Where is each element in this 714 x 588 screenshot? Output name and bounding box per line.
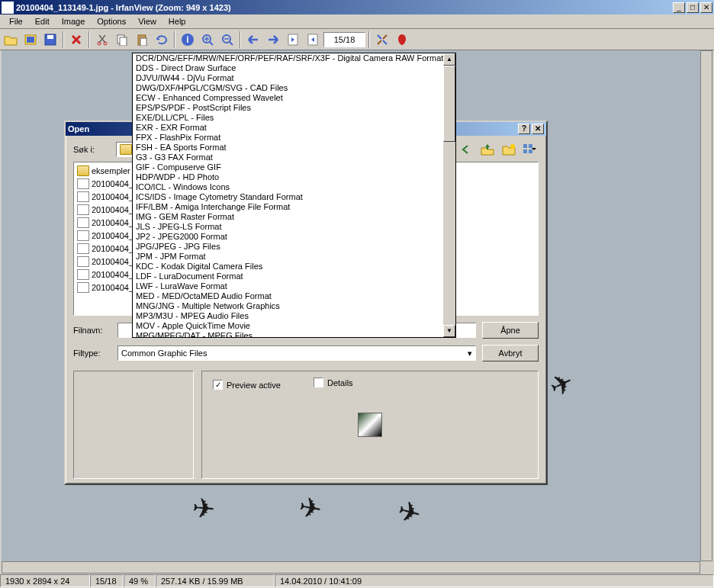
status-filesize: 257.14 KB / 15.99 MB: [156, 574, 275, 587]
preview-pane: [73, 371, 194, 479]
horizontal-scrollbar[interactable]: [2, 561, 700, 574]
up-button[interactable]: [479, 142, 496, 157]
scroll-thumb[interactable]: [443, 66, 455, 142]
dropdown-item[interactable]: ICO/ICL - Windows Icons: [133, 182, 443, 192]
slideshow-icon[interactable]: [21, 31, 40, 49]
dropdown-item[interactable]: FSH - EA Sports Format: [133, 143, 443, 153]
dropdown-item[interactable]: MP3/M3U - MPEG Audio Files: [133, 311, 443, 321]
checkbox-icon: [314, 378, 323, 387]
svg-rect-1: [27, 37, 34, 43]
minimize-button[interactable]: _: [673, 2, 685, 13]
settings-icon[interactable]: [373, 31, 391, 49]
look-in-label: Søk i:: [73, 145, 111, 154]
maximize-button[interactable]: □: [687, 2, 699, 13]
dropdown-item[interactable]: EXE/DLL/CPL - Files: [133, 113, 443, 123]
file-icon: [77, 230, 89, 241]
window-title: 20100404_113149-1.jpg - IrfanView (Zoom:…: [16, 3, 671, 12]
copy-icon[interactable]: [113, 31, 131, 49]
cancel-button[interactable]: Avbryt: [482, 345, 539, 361]
dropdown-item[interactable]: LDF - LuraDocument Format: [133, 272, 443, 281]
dropdown-item[interactable]: MPG/MPEG/DAT - MPEG Files: [133, 331, 443, 337]
folder-icon: [120, 144, 132, 155]
filetype-combo[interactable]: Common Graphic Files ▾: [117, 345, 476, 361]
dropdown-item[interactable]: MNG/JNG - Multiple Network Graphics: [133, 301, 443, 311]
dropdown-item[interactable]: JPG/JPEG - JPG Files: [133, 242, 443, 252]
file-icon: [77, 282, 89, 293]
dialog-close-button[interactable]: ✕: [532, 124, 544, 134]
delete-icon[interactable]: [67, 31, 85, 49]
file-icon: [77, 217, 89, 228]
dropdown-item[interactable]: EPS/PS/PDF - PostScript Files: [133, 103, 443, 113]
next-page-icon[interactable]: [304, 31, 322, 49]
prev-page-icon[interactable]: [284, 31, 302, 49]
dropdown-item[interactable]: LWF - LuraWave Format: [133, 281, 443, 291]
save-icon[interactable]: [41, 31, 60, 49]
dropdown-item[interactable]: IFF/LBM - Amiga Interchange File Format: [133, 202, 443, 212]
dropdown-item[interactable]: DDS - Direct Draw Surface: [133, 63, 443, 73]
filetype-dropdown[interactable]: DCR/DNG/EFF/MRW/NEF/ORF/PEF/RAF/SRF/X3F …: [132, 53, 456, 338]
menu-view[interactable]: View: [132, 15, 162, 27]
svg-rect-18: [529, 144, 532, 148]
open-icon[interactable]: [2, 31, 20, 49]
dropdown-item[interactable]: ECW - Enhanced Compressed Wavelet: [133, 93, 443, 103]
dropdown-item[interactable]: DJVU/IW44 - DjVu Format: [133, 73, 443, 83]
svg-text:i: i: [186, 34, 188, 45]
info-icon[interactable]: i: [178, 31, 197, 49]
dialog-help-button[interactable]: ?: [518, 124, 530, 134]
dropdown-item[interactable]: JLS - JPEG-LS Format: [133, 222, 443, 232]
paste-icon[interactable]: [133, 31, 151, 49]
dropdown-item[interactable]: JPM - JPM Format: [133, 252, 443, 262]
irfanview-icon[interactable]: [393, 31, 411, 49]
menu-options[interactable]: Options: [91, 15, 132, 27]
file-icon: [77, 243, 89, 254]
window-titlebar: 20100404_113149-1.jpg - IrfanView (Zoom:…: [0, 0, 714, 14]
status-dimensions: 1930 x 2894 x 24 BPP: [0, 574, 90, 587]
dropdown-item[interactable]: ICS/IDS - Image Cytometry Standard Forma…: [133, 192, 443, 202]
menu-image[interactable]: Image: [56, 15, 92, 27]
dropdown-item[interactable]: DWG/DXF/HPGL/CGM/SVG - CAD Files: [133, 83, 443, 93]
dropdown-item[interactable]: MED - MED/OctaMED Audio Format: [133, 291, 443, 301]
folder-icon: [77, 165, 89, 176]
svg-rect-9: [140, 38, 146, 46]
cut-icon[interactable]: [93, 31, 111, 49]
dropdown-item[interactable]: IMG - GEM Raster Format: [133, 212, 443, 222]
preview-thumbnail: [358, 413, 382, 437]
image-content: ✈: [297, 491, 325, 527]
dropdown-item[interactable]: HDP/WDP - HD Photo: [133, 172, 443, 182]
scroll-down-icon[interactable]: ▼: [443, 325, 455, 337]
zoom-in-icon[interactable]: [198, 31, 217, 49]
menu-help[interactable]: Help: [162, 15, 192, 27]
back-button[interactable]: [458, 142, 474, 157]
preview-active-checkbox[interactable]: ✓ Preview active: [213, 380, 281, 390]
file-icon: [77, 269, 89, 280]
close-button[interactable]: ✕: [700, 2, 712, 13]
menu-file[interactable]: File: [3, 15, 29, 27]
dropdown-item[interactable]: JP2 - JPEG2000 Format: [133, 232, 443, 242]
dropdown-item[interactable]: MOV - Apple QuickTime Movie: [133, 321, 443, 331]
image-content: ✈: [394, 494, 425, 531]
details-checkbox[interactable]: Details: [314, 378, 353, 387]
undo-icon[interactable]: [153, 31, 171, 49]
zoom-out-icon[interactable]: [218, 31, 236, 49]
status-datetime: 14.04.2010 / 10:41:09: [275, 574, 714, 587]
dropdown-item[interactable]: G3 - G3 FAX Format: [133, 153, 443, 162]
dropdown-item[interactable]: EXR - EXR Format: [133, 123, 443, 133]
menu-edit[interactable]: Edit: [29, 15, 56, 27]
prev-icon[interactable]: [244, 31, 262, 49]
dropdown-scrollbar[interactable]: ▲ ▼: [443, 53, 455, 337]
dropdown-item[interactable]: KDC - Kodak Digital Camera Files: [133, 262, 443, 272]
dropdown-item[interactable]: GIF - Compuserve GIF: [133, 162, 443, 172]
file-icon: [77, 256, 89, 267]
new-folder-button[interactable]: [500, 142, 517, 157]
view-menu-button[interactable]: [522, 142, 539, 157]
dropdown-item[interactable]: DCR/DNG/EFF/MRW/NEF/ORF/PEF/RAF/SRF/X3F …: [133, 53, 443, 63]
next-icon[interactable]: [264, 31, 282, 49]
filetype-label: Filtype:: [73, 349, 111, 358]
open-button[interactable]: Åpne: [482, 322, 539, 339]
svg-rect-20: [529, 149, 532, 153]
statusbar: 1930 x 2894 x 24 BPP 15/18 49 % 257.14 K…: [0, 574, 714, 588]
vertical-scrollbar[interactable]: [700, 50, 712, 561]
image-content: ✈: [191, 492, 217, 525]
dropdown-item[interactable]: FPX - FlashPix Format: [133, 133, 443, 143]
scroll-up-icon[interactable]: ▲: [443, 53, 455, 66]
